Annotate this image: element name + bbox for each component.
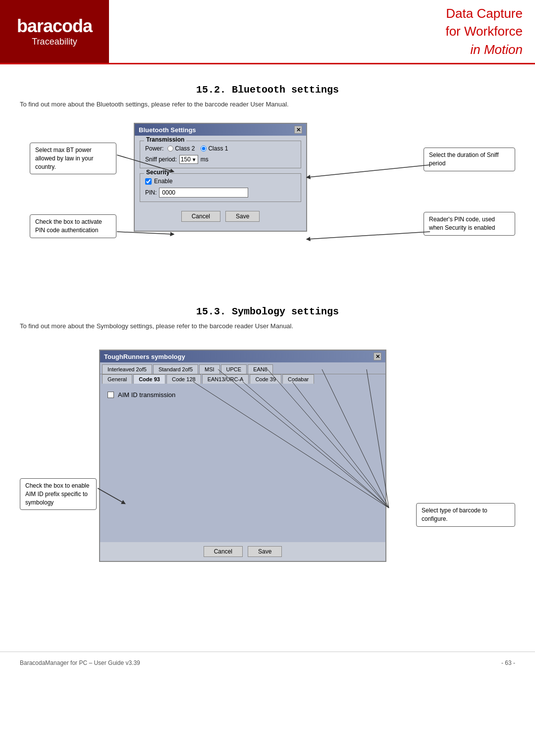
class1-radio[interactable] — [201, 146, 207, 151]
bluetooth-intro: To find out more about the Bluetooth set… — [20, 101, 515, 108]
class2-label[interactable]: Class 2 — [167, 145, 195, 152]
symbology-cancel-btn[interactable]: Cancel — [204, 546, 243, 557]
tab-general[interactable]: General — [102, 374, 132, 384]
main-content: 15.2. Bluetooth settings To find out mor… — [0, 64, 535, 632]
enable-checkbox[interactable] — [145, 178, 152, 185]
title-line3: in Motion — [471, 41, 523, 58]
svg-line-2 — [308, 165, 430, 177]
tab-code128[interactable]: Code 128 — [166, 374, 201, 384]
symbology-dialog-footer: Cancel Save — [100, 542, 385, 561]
security-legend: Security — [144, 169, 171, 176]
bluetooth-dialog-title: Bluetooth Settings — [139, 126, 196, 134]
sniff-select-box[interactable]: 150 ▼ — [179, 155, 198, 164]
symbology-intro: To find out more about the Symbology set… — [20, 322, 515, 330]
symbology-tab-row1: Interleaved 2of5 Standard 2of5 MSI UPCE … — [100, 362, 385, 374]
sniff-unit: ms — [201, 156, 209, 163]
annotation-max-bt: Select max BT power allowed by law in yo… — [30, 143, 116, 174]
footer-right: - 63 - — [501, 659, 515, 666]
class2-radio[interactable] — [167, 146, 173, 151]
sniff-value: 150 — [181, 156, 191, 163]
aim-checkbox[interactable] — [107, 392, 114, 398]
aim-label: AIM ID transmission — [118, 391, 175, 399]
annotation-sniff: Select the duration of Sniff period — [424, 148, 515, 171]
bluetooth-cancel-btn[interactable]: Cancel — [181, 211, 220, 222]
enable-label: Enable — [154, 178, 172, 185]
bluetooth-diagram: Select max BT power allowed by law in yo… — [20, 118, 515, 286]
bluetooth-section-heading: 15.2. Bluetooth settings — [20, 84, 515, 96]
aim-row: AIM ID transmission — [107, 391, 378, 399]
pin-input[interactable] — [159, 188, 248, 198]
symbology-dialog-titlebar: ToughRunners symbology ✕ — [100, 351, 385, 362]
enable-row: Enable — [145, 178, 296, 185]
annotation-pin-code: Check the box to activate PIN code authe… — [30, 214, 116, 238]
svg-line-1 — [117, 232, 172, 234]
symbology-dialog-title: ToughRunners symbology — [104, 353, 185, 360]
pin-label: PIN: — [145, 189, 157, 196]
logo-tagline: Traceability — [17, 37, 92, 47]
sniff-dropdown-arrow[interactable]: ▼ — [192, 157, 197, 162]
tab-interleaved-2of5[interactable]: Interleaved 2of5 — [102, 364, 152, 374]
tab-ean8[interactable]: EAN8 — [248, 364, 273, 374]
annotation-reader-pin: Reader's PIN code, used when Security is… — [424, 212, 515, 236]
tab-standard-2of5[interactable]: Standard 2of5 — [153, 364, 198, 374]
class1-label[interactable]: Class 1 — [201, 145, 228, 152]
power-radio-group: Class 2 Class 1 — [167, 145, 228, 152]
pin-row: PIN: — [145, 188, 296, 198]
tab-code39[interactable]: Code 39 — [250, 374, 281, 384]
bluetooth-save-btn[interactable]: Save — [225, 211, 260, 222]
annotation-barcode-type: Select type of barcode to configure. — [416, 503, 515, 527]
tab-upce[interactable]: UPCE — [221, 364, 247, 374]
symbology-dialog: ToughRunners symbology ✕ Interleaved 2of… — [99, 350, 386, 562]
page-footer: BaracodaManager for PC – User Guide v3.3… — [0, 652, 535, 674]
transmission-group: Transmission Power: Class 2 Class — [140, 141, 301, 168]
symbology-dialog-close[interactable]: ✕ — [374, 353, 381, 360]
tab-code93[interactable]: Code 93 — [133, 374, 165, 384]
symbology-save-btn[interactable]: Save — [248, 546, 282, 557]
sniff-label: Sniff period: — [145, 156, 177, 163]
symbology-section-heading: 15.3. Symbology settings — [20, 306, 515, 317]
bluetooth-dialog-close[interactable]: ✕ — [294, 126, 302, 134]
symbology-section: 15.3. Symbology settings To find out mor… — [20, 306, 515, 602]
power-label: Power: — [145, 145, 163, 152]
logo-brand: baracoda — [17, 16, 92, 37]
logo-area: baracoda Traceability — [0, 0, 109, 63]
sniff-row: Sniff period: 150 ▼ ms — [145, 155, 296, 164]
power-row: Power: Class 2 Class 1 — [145, 145, 296, 152]
header-title-area: Data Capture for Workforce in Motion — [109, 0, 535, 63]
tab-ean13[interactable]: EAN13/URC-A — [202, 374, 249, 384]
symbology-tab-row2: General Code 93 Code 128 EAN13/URC-A Cod… — [100, 374, 385, 384]
bluetooth-dialog-titlebar: Bluetooth Settings ✕ — [135, 124, 306, 136]
page-header: baracoda Traceability Data Capture for W… — [0, 0, 535, 64]
bluetooth-dialog: Bluetooth Settings ✕ Transmission Power:… — [134, 123, 307, 232]
symbology-body: AIM ID transmission — [100, 384, 385, 542]
svg-line-3 — [308, 232, 430, 239]
tab-codabar[interactable]: Codabar — [282, 374, 314, 384]
security-group: Security Enable PIN: — [140, 173, 301, 202]
footer-left: BaracodaManager for PC – User Guide v3.3… — [20, 659, 140, 666]
title-line1: Data Capture — [446, 4, 523, 22]
bluetooth-section: 15.2. Bluetooth settings To find out mor… — [20, 84, 515, 286]
annotation-aim: Check the box to enable AIM ID prefix sp… — [20, 478, 97, 510]
title-line2: for Workforce — [445, 22, 523, 40]
transmission-legend: Transmission — [144, 136, 186, 143]
bluetooth-dialog-body: Transmission Power: Class 2 Class — [135, 136, 306, 231]
bluetooth-dialog-footer: Cancel Save — [140, 207, 301, 226]
tab-msi[interactable]: MSI — [199, 364, 220, 374]
symbology-diagram: Check the box to enable AIM ID prefix sp… — [20, 340, 515, 602]
